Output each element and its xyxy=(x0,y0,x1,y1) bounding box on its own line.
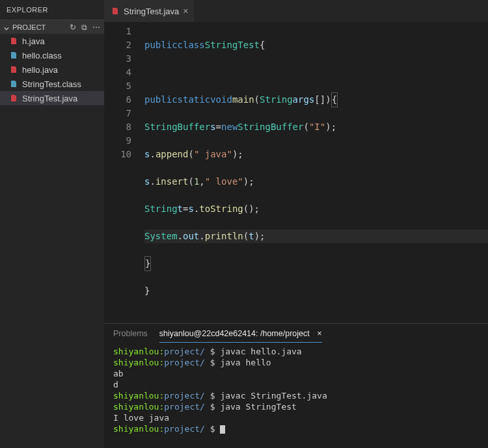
file-name: hello.class xyxy=(22,51,62,60)
line-number: 2 xyxy=(104,38,131,52)
project-actions: ↻ ⧉ ⋯ xyxy=(70,23,100,32)
file-item[interactable]: hello.java xyxy=(0,62,104,77)
java-file-icon xyxy=(9,65,18,74)
more-icon[interactable]: ⋯ xyxy=(92,23,100,32)
java-file-icon xyxy=(9,94,18,103)
file-item[interactable]: StringTest.java xyxy=(0,91,104,105)
main-area: StringTest.java × 12345678910 public cla… xyxy=(104,0,488,448)
line-number: 3 xyxy=(104,52,131,66)
line-number: 4 xyxy=(104,66,131,79)
line-number: 7 xyxy=(104,107,131,120)
terminal-output: I love java xyxy=(113,412,479,423)
tab-problems[interactable]: Problems xyxy=(113,325,148,342)
close-icon[interactable]: × xyxy=(317,329,321,338)
terminal-line: shiyanlou:project/ $ javac StringTest.ja… xyxy=(113,390,479,401)
file-list: h.javahello.classhello.javaStringTest.cl… xyxy=(0,34,104,105)
class-file-icon xyxy=(9,51,18,60)
terminal-body[interactable]: shiyanlou:project/ $ javac hello.javashi… xyxy=(104,343,488,448)
line-gutter: 12345678910 xyxy=(104,25,144,323)
file-item[interactable]: hello.class xyxy=(0,48,104,62)
tab-stringtest[interactable]: StringTest.java × xyxy=(104,0,195,22)
line-number: 5 xyxy=(104,79,131,93)
tab-label: StringTest.java xyxy=(124,7,179,16)
refresh-icon[interactable]: ↻ xyxy=(70,23,76,32)
new-file-icon[interactable]: ⧉ xyxy=(81,23,87,32)
code-editor[interactable]: 12345678910 public class StringTest{ pub… xyxy=(104,22,488,323)
terminal-line: shiyanlou:project/ $ javac hello.java xyxy=(113,346,479,357)
project-section-header[interactable]: PROJECT ↻ ⧉ ⋯ xyxy=(0,20,104,34)
file-item[interactable]: StringTest.class xyxy=(0,77,104,91)
terminal-output: ab xyxy=(113,368,479,379)
editor-tabs: StringTest.java × xyxy=(104,0,488,22)
class-file-icon xyxy=(9,79,18,88)
file-name: h.java xyxy=(22,36,45,46)
line-number: 1 xyxy=(104,25,131,38)
terminal-line: shiyanlou:project/ $ java hello xyxy=(113,357,479,368)
explorer-title: Explorer xyxy=(0,0,104,20)
terminal-output: d xyxy=(113,379,479,390)
terminal-tabs: Problems shiyanlou@22cd42e62414: /home/p… xyxy=(104,324,488,343)
line-number: 10 xyxy=(104,148,131,161)
tab-terminal[interactable]: shiyanlou@22cd42e62414: /home/project × xyxy=(159,325,322,343)
explorer-sidebar: Explorer PROJECT ↻ ⧉ ⋯ h.javahello.class… xyxy=(0,0,104,448)
java-file-icon xyxy=(9,36,18,46)
file-name: StringTest.class xyxy=(22,79,81,89)
file-item[interactable]: h.java xyxy=(0,34,104,48)
close-icon[interactable]: × xyxy=(183,6,188,16)
line-number: 9 xyxy=(104,134,131,148)
terminal-line: shiyanlou:project/ $ xyxy=(113,423,479,434)
terminal-line: shiyanlou:project/ $ java StringTest xyxy=(113,401,479,412)
line-number: 8 xyxy=(104,120,131,134)
file-name: hello.java xyxy=(22,65,58,75)
file-name: StringTest.java xyxy=(22,94,77,103)
terminal-panel: Problems shiyanlou@22cd42e62414: /home/p… xyxy=(104,323,488,448)
code-content: public class StringTest{ public static v… xyxy=(144,25,488,323)
chevron-down-icon xyxy=(4,25,9,30)
java-file-icon xyxy=(111,7,120,16)
terminal-title: shiyanlou@22cd42e62414: /home/project xyxy=(159,329,310,338)
cursor xyxy=(220,425,225,434)
line-number: 6 xyxy=(104,93,131,107)
tabs-spacer xyxy=(195,0,488,22)
project-label: PROJECT xyxy=(12,23,46,31)
